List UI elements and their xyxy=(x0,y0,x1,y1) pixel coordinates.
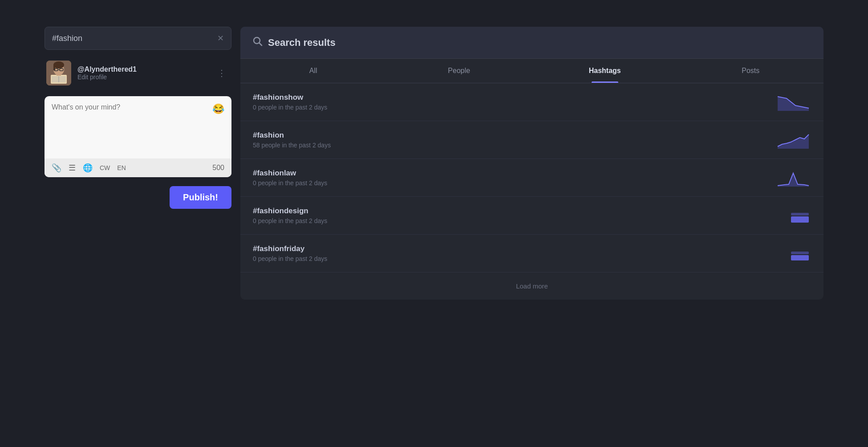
result-hashtag: #fashionshow xyxy=(253,93,775,102)
right-panel: Search results All People Hashtags Posts… xyxy=(240,27,823,300)
edit-profile-link[interactable]: Edit profile xyxy=(77,73,207,81)
search-results-title: Search results xyxy=(268,37,336,49)
compose-toolbar: 📎 ☰ 🌐 CW EN 500 xyxy=(45,158,231,177)
result-chart-fashionlaw xyxy=(775,169,811,187)
left-panel: ✕ xyxy=(45,27,231,209)
result-stats: 0 people in the past 2 days xyxy=(253,255,775,262)
tab-posts[interactable]: Posts xyxy=(678,59,824,83)
result-item-info: #fashionlaw 0 people in the past 2 days xyxy=(253,169,775,187)
tab-hashtags[interactable]: Hashtags xyxy=(532,59,678,83)
result-chart-fashiondesign xyxy=(775,207,811,224)
result-item-fashionfriday[interactable]: #fashionfriday 0 people in the past 2 da… xyxy=(240,235,823,272)
result-item-fashionlaw[interactable]: #fashionlaw 0 people in the past 2 days xyxy=(240,159,823,197)
result-stats: 0 people in the past 2 days xyxy=(253,217,775,224)
svg-rect-16 xyxy=(791,216,809,223)
result-item-info: #fashiondesign 0 people in the past 2 da… xyxy=(253,207,775,224)
svg-marker-13 xyxy=(778,97,809,111)
load-more-button[interactable]: Load more xyxy=(240,272,823,300)
svg-rect-19 xyxy=(791,252,809,254)
publish-button[interactable]: Publish! xyxy=(170,186,231,209)
avatar xyxy=(46,61,71,85)
result-hashtag: #fashionfriday xyxy=(253,244,775,253)
result-hashtag: #fashion xyxy=(253,131,775,140)
cw-button[interactable]: CW xyxy=(100,164,110,171)
profile-handle: @Alynderthered1 xyxy=(77,65,207,73)
clear-search-icon[interactable]: ✕ xyxy=(217,33,224,43)
compose-box: 😂 📎 ☰ 🌐 CW EN 500 xyxy=(45,96,231,177)
search-bar: ✕ xyxy=(45,27,231,50)
svg-rect-17 xyxy=(791,213,809,215)
profile-row: @Alynderthered1 Edit profile ⋮ xyxy=(45,57,231,89)
result-hashtag: #fashiondesign xyxy=(253,207,775,215)
compose-textarea-wrapper: 😂 xyxy=(45,96,231,158)
result-chart-fashionshow xyxy=(775,93,811,111)
result-item-info: #fashionfriday 0 people in the past 2 da… xyxy=(253,244,775,262)
result-chart-fashion xyxy=(775,131,811,149)
svg-rect-18 xyxy=(791,255,809,260)
list-icon[interactable]: ☰ xyxy=(69,163,76,173)
search-input[interactable] xyxy=(52,34,217,43)
result-hashtag: #fashionlaw xyxy=(253,169,775,178)
result-item-fashionshow[interactable]: #fashionshow 0 people in the past 2 days xyxy=(240,83,823,121)
result-item-fashiondesign[interactable]: #fashiondesign 0 people in the past 2 da… xyxy=(240,197,823,235)
compose-textarea[interactable] xyxy=(52,103,209,148)
language-button[interactable]: EN xyxy=(117,164,126,171)
avatar-image xyxy=(46,61,71,85)
result-stats: 0 people in the past 2 days xyxy=(253,179,775,187)
result-item-fashion[interactable]: #fashion 58 people in the past 2 days xyxy=(240,121,823,159)
tab-people[interactable]: People xyxy=(386,59,532,83)
svg-marker-14 xyxy=(778,134,809,149)
result-item-info: #fashion 58 people in the past 2 days xyxy=(253,131,775,149)
result-chart-fashionfriday xyxy=(775,244,811,262)
result-stats: 58 people in the past 2 days xyxy=(253,142,775,149)
attach-icon[interactable]: 📎 xyxy=(52,163,61,173)
search-results-icon xyxy=(253,37,263,49)
svg-line-12 xyxy=(260,43,262,46)
char-count: 500 xyxy=(212,164,224,172)
tabs-row: All People Hashtags Posts xyxy=(240,59,823,83)
result-item-info: #fashionshow 0 people in the past 2 days xyxy=(253,93,775,111)
search-results-header: Search results xyxy=(240,27,823,59)
profile-info: @Alynderthered1 Edit profile xyxy=(77,65,207,81)
tab-all[interactable]: All xyxy=(240,59,386,83)
results-list: #fashionshow 0 people in the past 2 days… xyxy=(240,83,823,272)
emoji-picker-button[interactable]: 😂 xyxy=(212,103,224,115)
result-stats: 0 people in the past 2 days xyxy=(253,104,775,111)
globe-icon[interactable]: 🌐 xyxy=(83,163,93,173)
profile-menu-button[interactable]: ⋮ xyxy=(214,66,230,80)
